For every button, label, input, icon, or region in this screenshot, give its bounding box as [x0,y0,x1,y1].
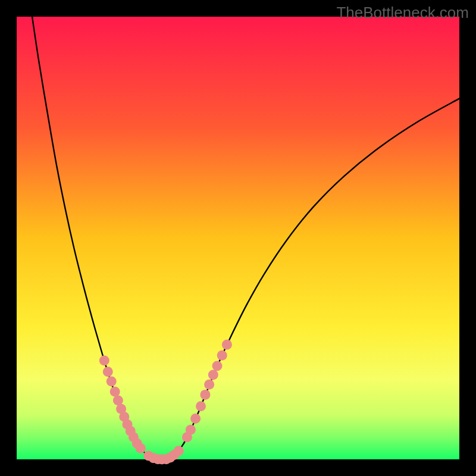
marker-left-markers [110,387,120,397]
marker-right-markers [196,401,206,411]
plot-background [17,17,459,459]
marker-right-markers [222,340,232,350]
bottleneck-chart: TheBottleneck.com [0,0,476,476]
marker-right-markers [212,361,223,371]
marker-left-markers [107,377,117,387]
chart-svg [0,0,476,476]
marker-right-markers [186,425,196,435]
marker-left-markers [136,443,146,453]
marker-right-markers [174,446,184,456]
marker-right-markers [200,390,210,400]
marker-right-markers [208,369,218,380]
marker-left-markers [103,367,113,377]
marker-right-markers [204,380,214,390]
marker-right-markers [217,350,227,361]
marker-left-markers [99,356,109,366]
marker-right-markers [190,414,201,424]
watermark-text: TheBottleneck.com [336,4,469,22]
